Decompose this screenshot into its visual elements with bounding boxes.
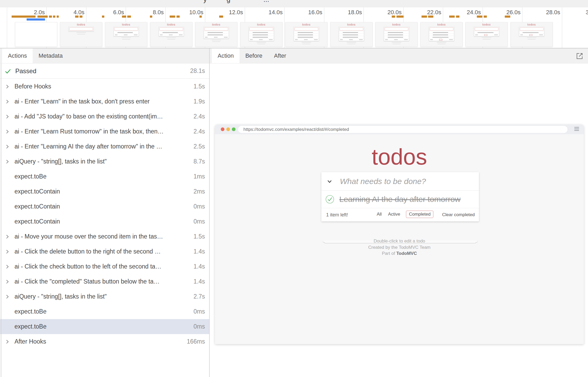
- chevron-right-icon[interactable]: [0, 99, 14, 104]
- tab-after[interactable]: After: [268, 48, 292, 63]
- url-bar[interactable]: https://todomvc.com/examples/react/dist/…: [238, 126, 567, 133]
- film-strip-thumbnail[interactable]: todos: [285, 22, 327, 47]
- film-strip-thumbnail[interactable]: todos: [195, 22, 237, 47]
- action-row[interactable]: aiQuery - "string[], tasks in the list"8…: [0, 154, 209, 169]
- chevron-right-icon[interactable]: [0, 339, 14, 344]
- thumbnail-card: [384, 27, 409, 41]
- action-row[interactable]: ai - Add "JS today" to base on the exist…: [0, 109, 209, 124]
- action-label: ai - Enter "Learning AI the day after to…: [14, 143, 190, 150]
- thumbnail-app-title: todos: [421, 23, 462, 26]
- filter-completed-button[interactable]: Completed: [406, 211, 433, 218]
- maximize-light-icon: [232, 127, 236, 131]
- film-strip-thumbnail[interactable]: todos: [60, 22, 102, 47]
- film-strip-thumbnail[interactable]: todos: [511, 22, 553, 47]
- action-duration: 2.4s: [194, 128, 205, 135]
- film-strip-thumbnail[interactable]: todos: [375, 22, 418, 47]
- film-strip-thumbnail[interactable]: [15, 22, 57, 47]
- toggle-all-chevron-icon[interactable]: [326, 178, 333, 185]
- thumbnail-app-title: todos: [105, 23, 147, 26]
- action-row[interactable]: ai - Enter "Learn Rust tomorrow" in the …: [0, 124, 209, 139]
- action-row[interactable]: ai - Click the delete button to the righ…: [0, 244, 209, 259]
- action-row[interactable]: ai - Move your mouse over the second ite…: [0, 229, 209, 244]
- part-of-text: Part of: [382, 251, 396, 256]
- actions-panel: Actions Metadata Passed 28.1s Before Hoo…: [0, 48, 209, 377]
- action-row[interactable]: ai - Click the "completed" Status button…: [0, 274, 209, 289]
- title-fragment: y: [203, 0, 207, 4]
- action-row[interactable]: expect.toBe1ms: [0, 169, 209, 184]
- clear-completed-button[interactable]: Clear completed: [442, 212, 475, 217]
- timeline-tick-label: 26.0s: [493, 9, 521, 16]
- action-duration: 2.4s: [194, 113, 205, 120]
- action-row[interactable]: expect.toContain2ms: [0, 184, 209, 199]
- thumbnail-card: [204, 27, 229, 39]
- action-row[interactable]: ai - Enter "Learn" in the task box, don'…: [0, 94, 209, 109]
- timeline-tick-label: 24.0s: [454, 9, 481, 16]
- action-duration: 1.5s: [194, 83, 205, 90]
- action-row[interactable]: After Hooks166ms: [0, 334, 209, 349]
- action-duration: 0ms: [194, 308, 205, 315]
- screencast-activity-segment: [484, 16, 487, 18]
- screencast-activity-segment: [150, 16, 152, 18]
- new-todo-row[interactable]: What needs to be done?: [321, 172, 479, 191]
- todo-completed-check-icon[interactable]: [324, 194, 336, 205]
- thumbnail-app-title: todos: [60, 23, 102, 26]
- tab-actions[interactable]: Actions: [2, 48, 33, 63]
- action-row[interactable]: expect.toContain0ms: [0, 199, 209, 214]
- action-duration: 1.4s: [194, 263, 205, 270]
- timeline[interactable]: 2.0s4.0s6.0s8.0s10.0s12.0s14.0s16.0s18.0…: [0, 7, 588, 48]
- film-strip-thumbnail[interactable]: todos: [330, 22, 373, 47]
- screencast-activity-segment: [49, 16, 52, 18]
- filter-active-button[interactable]: Active: [388, 211, 401, 218]
- chevron-right-icon[interactable]: [0, 144, 14, 149]
- menu-icon[interactable]: [574, 127, 579, 132]
- action-row[interactable]: expect.toBe0ms: [0, 304, 209, 319]
- chevron-right-icon[interactable]: [0, 279, 14, 284]
- tab-action[interactable]: Action: [212, 48, 239, 63]
- url-text: https://todomvc.com/examples/react/dist/…: [243, 127, 349, 132]
- open-external-icon[interactable]: [575, 52, 584, 60]
- selected-action-bar: [27, 18, 45, 21]
- film-strip-thumbnail[interactable]: todos: [105, 22, 147, 47]
- thumbnail-card: [294, 27, 319, 41]
- timeline-tick-label: 10.0s: [176, 9, 203, 16]
- tab-metadata[interactable]: Metadata: [33, 48, 68, 63]
- chevron-right-icon[interactable]: [0, 114, 14, 119]
- chevron-right-icon[interactable]: [0, 294, 14, 299]
- chevron-right-icon[interactable]: [0, 159, 14, 164]
- film-strip-thumbnail[interactable]: todos: [466, 22, 508, 47]
- timeline-tick-label: 4.0s: [57, 9, 85, 16]
- film-strip-thumbnail[interactable]: todos: [420, 22, 463, 47]
- chevron-right-icon[interactable]: [0, 264, 14, 269]
- action-duration: 1.4s: [194, 248, 205, 255]
- action-row[interactable]: aiQuery - "string[], tasks in the list"2…: [0, 289, 209, 304]
- film-strip-thumbnail[interactable]: todos: [150, 22, 192, 47]
- action-row[interactable]: expect.toContain0ms: [0, 214, 209, 229]
- chevron-right-icon[interactable]: [0, 129, 14, 134]
- todo-item[interactable]: Learning AI the day after tomorrow: [321, 191, 479, 208]
- timeline-gridline: [562, 7, 562, 48]
- filter-all-button[interactable]: All: [376, 211, 382, 218]
- browser-snapshot: https://todomvc.com/examples/react/dist/…: [215, 125, 584, 344]
- screencast-activity-segment: [75, 16, 79, 18]
- screencast-activity-segment: [127, 16, 131, 18]
- thumbnail-app-title: todos: [466, 23, 507, 26]
- timeline-tick-label: 8.0s: [136, 9, 164, 16]
- app-footer-line: Double-click to edit a todo: [215, 238, 584, 244]
- passed-check-icon: [4, 67, 12, 75]
- action-row[interactable]: ai - Enter "Learning AI the day after to…: [0, 139, 209, 154]
- thumbnail-card: [159, 27, 184, 36]
- action-row[interactable]: ai - Click the check button to the left …: [0, 259, 209, 274]
- todomvc-brand-link[interactable]: TodoMVC: [396, 251, 417, 256]
- action-row[interactable]: expect.toBe0ms: [0, 319, 209, 334]
- tab-before[interactable]: Before: [239, 48, 268, 63]
- screencast-activity-segment: [477, 16, 482, 18]
- film-strip-thumbnail[interactable]: todos: [240, 22, 282, 47]
- chevron-right-icon[interactable]: [0, 249, 14, 254]
- title-fragment: g: [227, 0, 230, 4]
- action-label: After Hooks: [14, 338, 184, 345]
- timeline-tick-label: 6.0s: [97, 9, 124, 16]
- chevron-right-icon[interactable]: [0, 234, 14, 239]
- chevron-right-icon[interactable]: [0, 84, 14, 89]
- action-row[interactable]: Before Hooks1.5s: [0, 79, 209, 94]
- scrollbar[interactable]: [1, 63, 1, 377]
